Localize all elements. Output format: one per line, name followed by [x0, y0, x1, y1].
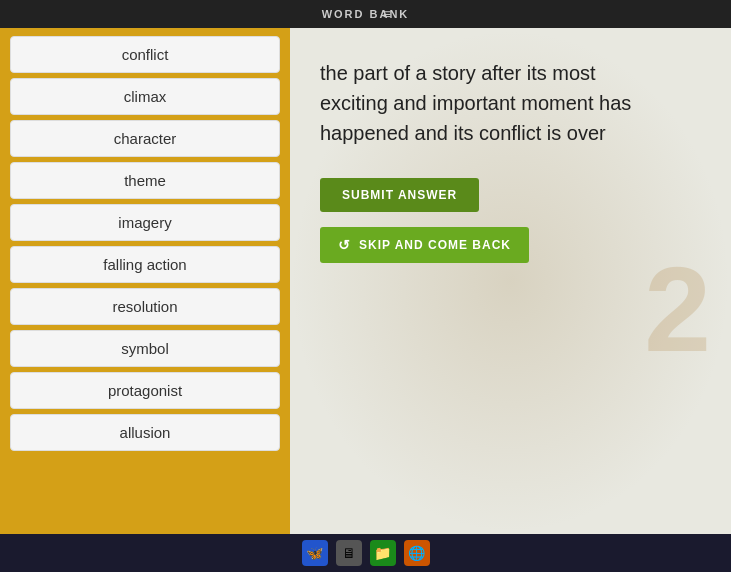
top-bar: WORD BANK ≡ — [0, 0, 731, 28]
refresh-icon: ↺ — [338, 237, 351, 253]
word-item-imagery[interactable]: imagery — [10, 204, 280, 241]
skip-button-label: SKIP AND COME BACK — [359, 238, 511, 252]
word-item-protagonist[interactable]: protagonist — [10, 372, 280, 409]
word-item-climax[interactable]: climax — [10, 78, 280, 115]
hamburger-icon[interactable]: ≡ — [383, 6, 391, 22]
taskbar-icon-monitor[interactable]: 🖥 — [336, 540, 362, 566]
word-item-symbol[interactable]: symbol — [10, 330, 280, 367]
word-bank-sidebar: conflictclimaxcharacterthemeimageryfalli… — [0, 28, 290, 534]
word-item-conflict[interactable]: conflict — [10, 36, 280, 73]
question-text: the part of a story after its most excit… — [320, 58, 660, 148]
submit-answer-button[interactable]: SUBMIT ANSWER — [320, 178, 479, 212]
question-panel: 2 the part of a story after its most exc… — [290, 28, 731, 534]
taskbar-icon-globe[interactable]: 🌐 — [404, 540, 430, 566]
top-bar-title: WORD BANK — [322, 8, 410, 20]
word-item-falling_action[interactable]: falling action — [10, 246, 280, 283]
word-item-allusion[interactable]: allusion — [10, 414, 280, 451]
buttons-area: SUBMIT ANSWER ↺ SKIP AND COME BACK — [320, 178, 701, 263]
taskbar: 🦋 🖥 📁 🌐 — [0, 534, 731, 572]
word-item-character[interactable]: character — [10, 120, 280, 157]
main-content: conflictclimaxcharacterthemeimageryfalli… — [0, 28, 731, 534]
skip-and-come-back-button[interactable]: ↺ SKIP AND COME BACK — [320, 227, 529, 263]
word-item-theme[interactable]: theme — [10, 162, 280, 199]
taskbar-icon-butterfly[interactable]: 🦋 — [302, 540, 328, 566]
word-item-resolution[interactable]: resolution — [10, 288, 280, 325]
taskbar-icon-folder[interactable]: 📁 — [370, 540, 396, 566]
